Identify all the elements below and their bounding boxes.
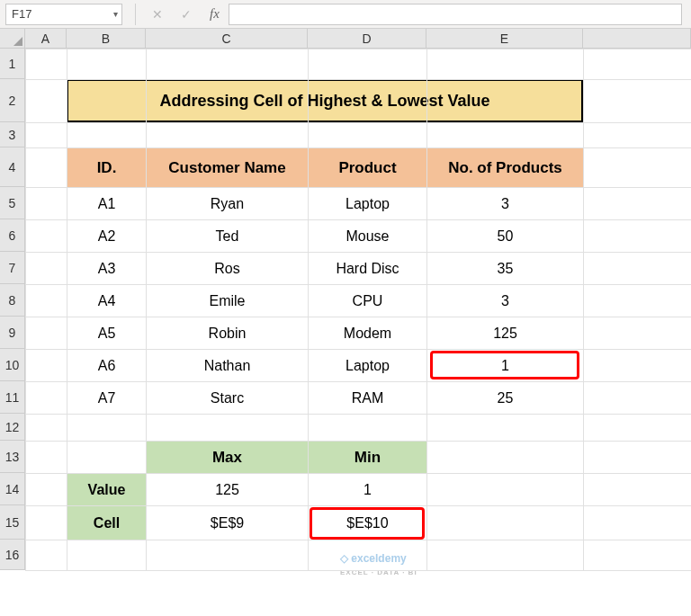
row-header-4[interactable]: 4 [0,147,25,187]
table-row: Value1251 [67,474,427,506]
cell[interactable]: RAM [309,382,427,415]
cell[interactable]: Mouse [309,220,427,253]
col-header-blank[interactable] [583,29,691,48]
fx-icon[interactable]: fx [210,6,220,22]
cell[interactable]: A3 [67,253,147,285]
table-row: A7StarcRAM25 [67,382,584,415]
summary-header-1: Max [147,442,309,474]
cell[interactable]: Laptop [309,188,427,220]
cell[interactable]: Value [67,474,147,506]
formula-input[interactable] [229,4,682,25]
row-header-6[interactable]: 6 [0,219,25,252]
row-header-15[interactable]: 15 [0,505,25,540]
col-header-C[interactable]: C [146,29,308,48]
name-box-dropdown-icon[interactable]: ▾ [113,9,118,19]
col-header-B[interactable]: B [67,29,146,48]
cell[interactable]: Starc [147,382,309,415]
cell[interactable]: Laptop [309,350,427,382]
main-header-3: No. of Products [427,148,584,188]
select-all-corner[interactable] [0,29,25,48]
summary-header-row: MaxMin [67,442,427,474]
cell[interactable]: Cell [67,506,147,540]
col-header-A[interactable]: A [25,29,67,48]
cell[interactable]: A6 [67,350,147,382]
cell[interactable]: Nathan [147,350,309,382]
cell[interactable]: $E$9 [147,506,309,540]
cell[interactable]: 1 [427,350,584,382]
table-row: Cell$E$9$E$10 [67,506,427,540]
row-header-1[interactable]: 1 [0,49,25,79]
row-header-16[interactable]: 16 [0,540,25,570]
summary-header-2: Min [309,442,427,474]
cell[interactable]: Modem [309,317,427,350]
divider [135,4,136,25]
enter-icon: ✓ [181,7,192,22]
cell[interactable]: A5 [67,317,147,350]
col-header-D[interactable]: D [308,29,426,48]
grid-area: 12345678910111213141516 Addressing Cell … [0,49,691,570]
cell[interactable]: Emile [147,285,309,317]
name-box-value: F17 [12,7,31,21]
cell[interactable]: 125 [427,317,584,350]
row-header-8[interactable]: 8 [0,284,25,317]
name-box[interactable]: F17 ▾ [5,4,122,25]
cell[interactable]: 50 [427,220,584,253]
main-header-2: Product [309,148,427,188]
table-row: A3RosHard Disc35 [67,253,584,285]
cells[interactable]: Addressing Cell of Highest & Lowest Valu… [25,49,691,570]
cell[interactable]: A4 [67,285,147,317]
col-header-E[interactable]: E [426,29,583,48]
summary-table: MaxMin Value1251Cell$E$9$E$10 [67,441,427,540]
column-headers: ABCDE [0,29,691,49]
row-header-11[interactable]: 11 [0,381,25,414]
cell[interactable]: Robin [147,317,309,350]
cell[interactable]: Ryan [147,188,309,220]
row-header-12[interactable]: 12 [0,414,25,441]
table-row: A5RobinModem125 [67,317,584,350]
cell[interactable]: 125 [147,474,309,506]
cell[interactable]: 25 [427,382,584,415]
cell[interactable]: 1 [309,474,427,506]
row-header-9[interactable]: 9 [0,317,25,349]
row-header-5[interactable]: 5 [0,187,25,219]
table-row: A2TedMouse50 [67,220,584,253]
cell[interactable]: A1 [67,188,147,220]
title-text: Addressing Cell of Highest & Lowest Valu… [159,92,489,111]
cell[interactable]: Ted [147,220,309,253]
row-header-13[interactable]: 13 [0,441,25,473]
row-header-2[interactable]: 2 [0,79,25,122]
cell[interactable]: 35 [427,253,584,285]
formula-bar: F17 ▾ ✕ ✓ fx [0,0,691,29]
cell[interactable]: 3 [427,188,584,220]
main-header-0: ID. [67,148,147,188]
row-header-10[interactable]: 10 [0,349,25,381]
row-header-3[interactable]: 3 [0,122,25,147]
table-header-row: ID.Customer NameProductNo. of Products [67,148,584,188]
cell[interactable]: Hard Disc [309,253,427,285]
summary-header-0 [67,442,147,474]
row-header-7[interactable]: 7 [0,252,25,284]
table-row: A1RyanLaptop3 [67,188,584,220]
cell[interactable]: A2 [67,220,147,253]
row-header-14[interactable]: 14 [0,473,25,505]
cell[interactable]: 3 [427,285,584,317]
cancel-icon: ✕ [152,7,163,22]
table-row: A4EmileCPU3 [67,285,584,317]
table-row: A6NathanLaptop1 [67,350,584,382]
cell[interactable]: Ros [147,253,309,285]
cell[interactable]: $E$10 [309,506,427,540]
watermark: ◇ exceldemy EXCEL · DATA · BI [340,552,417,577]
cell[interactable]: A7 [67,382,147,415]
row-headers: 12345678910111213141516 [0,49,25,570]
main-header-1: Customer Name [147,148,309,188]
title-cell: Addressing Cell of Highest & Lowest Valu… [67,79,583,122]
cell[interactable]: CPU [309,285,427,317]
